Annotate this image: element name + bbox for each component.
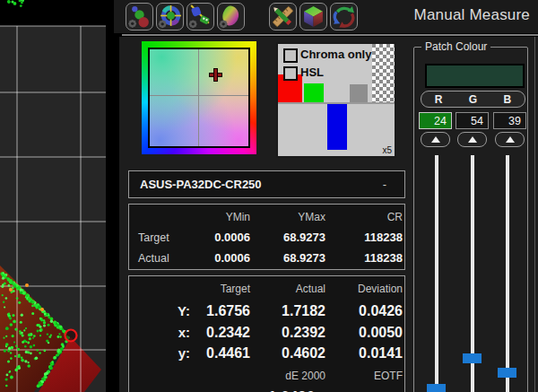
r-label: R (421, 93, 456, 106)
colour-space-button[interactable] (299, 3, 327, 30)
g-value-field[interactable]: 54 (456, 112, 489, 129)
green-bar (304, 83, 324, 102)
g-label: G (456, 93, 490, 106)
b-label: B (490, 93, 525, 106)
manual-measure-button[interactable] (269, 3, 297, 30)
refresh-arrows-icon (332, 4, 356, 29)
panel-content: Chroma only HSL x5 ASUS-PA32DC-CR250 - Y… (119, 37, 538, 392)
display-name: ASUS-PA32DC-CR250 (140, 171, 262, 197)
table-row: Target 0.0006 68.9273 118238 (129, 227, 404, 248)
probe-connect-button[interactable] (187, 3, 214, 30)
chroma-only-label: Chroma only (300, 48, 371, 61)
gamut-view-button[interactable] (217, 3, 245, 30)
up-arrow-icon (506, 136, 515, 143)
table-header: Target Actual Deviation (129, 280, 404, 298)
patch-colour-swatch (425, 64, 525, 88)
colour-picker-field[interactable] (148, 48, 250, 148)
color-dots-gear-icon (127, 4, 152, 29)
ruler-pencil-icon (271, 4, 295, 29)
r-value-field[interactable]: 24 (419, 112, 452, 129)
hsl-label: HSL (300, 65, 324, 79)
patch-preview: Chroma only HSL x5 (276, 42, 396, 158)
picker-axis-vertical (198, 49, 199, 146)
colour-picker[interactable] (142, 41, 256, 154)
xyy-table: Target Actual Deviation Y: 1.6756 1.7182… (128, 275, 405, 392)
page-title: Manual Measure (414, 6, 530, 24)
up-arrow-icon (468, 136, 477, 143)
b-slider-track[interactable] (506, 155, 509, 392)
table-header: YMin YMax CR (129, 206, 404, 227)
chroma-only-checkbox[interactable] (283, 48, 298, 63)
manual-measure-window: Manual Measure Chroma only (114, 0, 538, 392)
table-row: x: 0.2342 0.2392 0.0050 (129, 322, 404, 343)
window-edge (534, 37, 535, 392)
cie-chart (0, 0, 106, 392)
target-gear-icon (158, 4, 182, 29)
picker-axis-horizontal (150, 95, 248, 96)
toolbar-divider (122, 34, 538, 36)
b-increment-button[interactable] (495, 132, 525, 147)
calibration-target-button[interactable] (156, 3, 184, 30)
rgb-header: R G B (421, 91, 525, 108)
probe-usb-gear-icon (188, 4, 213, 29)
table-subheader: dE 2000 EOTF (129, 367, 404, 385)
table-row: Actual 0.0006 68.9273 118238 (129, 248, 404, 268)
display-selector[interactable]: ASUS-PA32DC-CR250 - (128, 170, 405, 198)
gray-bar (350, 84, 368, 102)
profile-patches-button[interactable] (126, 3, 153, 30)
up-arrow-icon (431, 136, 440, 143)
r-slider-handle[interactable] (427, 384, 446, 392)
r-slider-track[interactable] (435, 155, 438, 392)
g-slider-handle[interactable] (463, 353, 482, 363)
blue-bar (327, 104, 347, 150)
r-increment-button[interactable] (421, 132, 450, 147)
toolbar: Manual Measure (114, 0, 538, 33)
b-value-field[interactable]: 39 (493, 112, 526, 129)
patch-colour-group: Patch Colour R G B 24 54 39 (413, 47, 528, 392)
table-row: Y: 1.6756 1.7182 0.0426 (129, 300, 404, 322)
luminance-table: YMin YMax CR Target 0.0006 68.9273 11823… (128, 204, 405, 270)
zoom-factor-label: x5 (382, 145, 392, 155)
patch-colour-legend: Patch Colour (421, 40, 490, 53)
sync-button[interactable] (330, 3, 358, 30)
cie-chart-canvas (0, 0, 106, 392)
transparency-checker (372, 44, 395, 103)
table-row: y: 0.4461 0.4602 0.0141 (129, 343, 404, 363)
picker-marker[interactable] (210, 69, 221, 81)
table-row: Point 1.0426 (129, 387, 404, 392)
g-increment-button[interactable] (457, 132, 487, 147)
app-window: Manual Measure Chroma only (0, 0, 538, 392)
gamut-3d-gear-icon (219, 4, 243, 29)
hsl-checkbox[interactable] (283, 66, 298, 81)
colour-cube-icon (301, 4, 325, 29)
b-slider-handle[interactable] (498, 368, 516, 378)
display-status: - (383, 171, 386, 197)
